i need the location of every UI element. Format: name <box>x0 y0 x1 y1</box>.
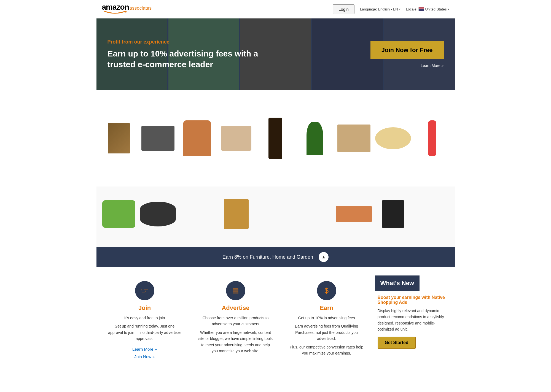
list-item <box>373 186 413 242</box>
join-title: Join <box>138 304 151 312</box>
hero-cta-area: Join Now for Free Learn More » <box>365 36 455 73</box>
product-sidetable-icon <box>224 199 249 229</box>
earn-title: Earn <box>320 304 333 312</box>
product-grill-icon <box>141 126 174 151</box>
list-item <box>217 186 256 242</box>
advertise-icon: ▤ <box>232 286 239 295</box>
list-item <box>178 186 217 242</box>
list-item <box>334 186 373 242</box>
product-pruner-icon <box>428 120 436 156</box>
earn-text-2: Earn advertising fees from Qualifying Pu… <box>289 323 364 342</box>
products-row-2 <box>96 186 455 247</box>
language-chevron-icon: ▾ <box>399 8 401 11</box>
locale-chevron-icon: ▾ <box>448 8 449 11</box>
advertise-title: Advertise <box>222 304 249 312</box>
hero-learn-more-link[interactable]: Learn More » <box>421 63 444 68</box>
header-right: Login Language: English - EN ▾ Locale: U… <box>333 4 449 14</box>
locale-label: Locale: <box>406 7 418 11</box>
hero-content: Profit from our experience Earn up to 10… <box>96 31 365 78</box>
products-row-1 <box>96 90 455 186</box>
info-section: ☞ Join It's easy and free to join Get up… <box>96 267 455 373</box>
list-item <box>138 186 178 242</box>
language-value: English - EN <box>378 7 398 11</box>
product-plant-icon <box>307 122 323 155</box>
earn-icon-circle: $ <box>317 281 336 300</box>
join-text-2: Get up and running today. Just one appro… <box>107 323 182 342</box>
product-dresser-icon <box>337 125 370 152</box>
list-item <box>217 96 256 181</box>
advertise-column: ▤ Advertise Choose from over a million p… <box>193 275 278 364</box>
product-frames-icon <box>382 200 404 228</box>
hero-banner: Profit from our experience Earn up to 10… <box>96 18 455 90</box>
scroll-up-button[interactable]: ▲ <box>319 252 329 262</box>
product-bench-icon <box>336 206 372 222</box>
get-started-button[interactable]: Get Started <box>378 337 416 349</box>
locale-selector[interactable]: Locale: United States ▾ <box>406 7 449 11</box>
advertise-text-1: Choose from over a million products to a… <box>198 315 273 327</box>
products-section <box>96 90 455 247</box>
dollar-sign-icon: $ <box>324 286 329 295</box>
join-now-for-free-button[interactable]: Join Now for Free <box>370 41 444 59</box>
language-label: Language: <box>360 7 377 11</box>
whats-new-promo-title: Boost your earnings with Native Shopping… <box>378 295 447 305</box>
earn-text-3: Plus, our competitive conversion rates h… <box>289 344 364 356</box>
join-icon-circle: ☞ <box>135 281 154 300</box>
list-item <box>99 96 138 181</box>
product-chair-icon <box>183 120 211 156</box>
logo-wrapper: amazonassociates <box>102 3 152 15</box>
product-ottoman-icon <box>140 202 176 226</box>
earn-text-1: Get up to 10% in advertising fees <box>298 315 355 321</box>
product-pillow-icon <box>221 126 251 151</box>
list-item <box>295 96 334 181</box>
product-book-icon <box>108 123 130 153</box>
join-learn-more-link[interactable]: Learn More » <box>132 347 157 352</box>
language-selector[interactable]: Language: English - EN ▾ <box>360 7 401 11</box>
category-text: Earn 8% on Furniture, Home and Garden <box>222 254 313 260</box>
list-item <box>256 96 295 181</box>
list-item <box>413 186 452 242</box>
product-hammock-icon <box>375 127 411 149</box>
advertise-text-2: Whether you are a large network, content… <box>198 329 273 354</box>
logo-associates: associates <box>130 6 152 11</box>
flag-icon <box>418 7 424 11</box>
join-now-link[interactable]: Join Now » <box>134 354 155 359</box>
hero-headline: Earn up to 10% advertising fees with a t… <box>107 48 273 70</box>
list-item <box>334 96 373 181</box>
locale-value: United States <box>425 7 447 11</box>
whats-new-promo-text: Display highly relevant and dynamic prod… <box>378 308 447 332</box>
hand-pointer-icon: ☞ <box>141 286 148 296</box>
join-text-1: It's easy and free to join <box>124 315 165 321</box>
amazon-smile-icon <box>103 10 127 14</box>
product-mower-icon <box>102 200 135 228</box>
login-button[interactable]: Login <box>333 4 354 14</box>
category-bar: Earn 8% on Furniture, Home and Garden ▲ <box>96 247 455 267</box>
advertise-icon-circle: ▤ <box>226 281 245 300</box>
list-item <box>99 186 138 242</box>
list-item <box>295 186 334 242</box>
header: amazonassociates Login Language: English… <box>96 0 455 18</box>
whats-new-column: What's New Boost your earnings with Nati… <box>375 275 449 364</box>
list-item <box>373 96 413 181</box>
earn-column: $ Earn Get up to 10% in advertising fees… <box>284 275 369 364</box>
list-item <box>138 96 178 181</box>
whats-new-content: Boost your earnings with Native Shopping… <box>375 295 449 349</box>
join-column: ☞ Join It's easy and free to join Get up… <box>102 275 187 364</box>
list-item <box>413 96 452 181</box>
hero-tagline: Profit from our experience <box>107 39 354 45</box>
whats-new-header: What's New <box>375 275 420 291</box>
product-mirror-icon <box>268 118 282 159</box>
list-item <box>178 96 217 181</box>
logo-area: amazonassociates <box>102 3 333 15</box>
list-item <box>256 186 295 242</box>
